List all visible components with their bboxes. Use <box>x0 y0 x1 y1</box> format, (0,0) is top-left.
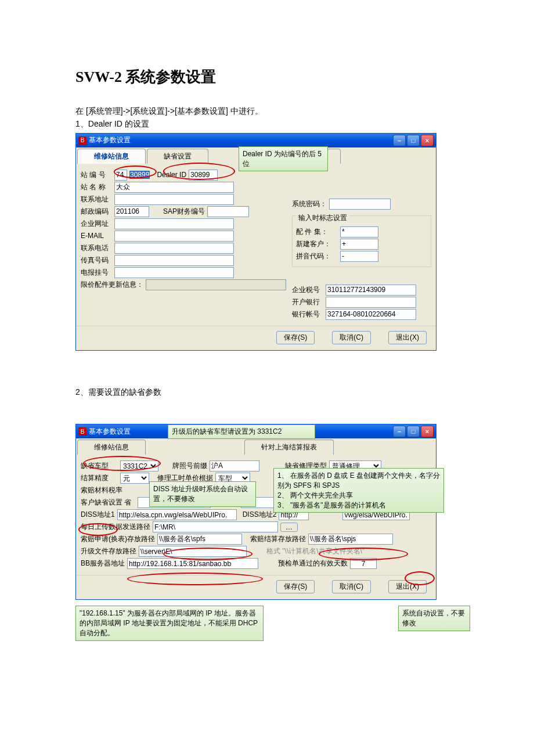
lbl-phone: 联系电话 <box>81 243 112 253</box>
phone-input[interactable] <box>114 243 234 254</box>
titlebar: B 基本参数设置 – □ × <box>76 134 436 147</box>
lbl-syspwd: 系统密码： <box>292 199 327 209</box>
website-input[interactable] <box>114 218 234 229</box>
lbl-website: 企业网址 <box>81 219 112 229</box>
pinyin-input[interactable] <box>340 251 378 262</box>
lbl-diss2: DISS地址2 <box>243 510 277 520</box>
window-basic-params-2: B 基本参数设置 – □ × 维修站信息 隐藏 隐藏 针对上海结算报表 缺省车型… <box>75 424 436 600</box>
station-no-b-selected: 30899 <box>129 171 150 179</box>
dealer-id-input[interactable] <box>189 170 218 181</box>
limit-info <box>146 279 286 290</box>
bank-input[interactable] <box>326 297 416 308</box>
callout-server: 1、 在服务器的 D 盘或 E 盘创建两个文件夹，名字分别为 SPFS 和 SP… <box>273 468 444 513</box>
section1-title: 1、Dealer ID 的设置 <box>75 117 459 130</box>
tab-station-info[interactable]: 维修站信息 <box>77 149 146 164</box>
lbl-format: 格式 "\\计算机名\共享文件夹名\" <box>266 546 365 556</box>
lbl-cartype: 缺省车型 <box>81 461 118 471</box>
tab-shanghai-report[interactable]: 针对上海结算报表 <box>244 440 334 455</box>
callout-server-line2: 2、 两个文件夹完全共享 <box>277 491 440 501</box>
maximize-button[interactable]: □ <box>407 135 420 146</box>
lbl-fax: 传真号码 <box>81 255 112 265</box>
lbl-parts: 配 件 集： <box>296 227 338 237</box>
taxno-input[interactable] <box>326 285 416 296</box>
maximize-button[interactable]: □ <box>407 426 420 437</box>
window-title: 基本参数设置 <box>89 135 131 145</box>
sap-input[interactable] <box>207 206 249 217</box>
window-title: 基本参数设置 <box>89 427 131 437</box>
exit-button[interactable]: 退出(X) <box>388 580 427 593</box>
diss1-input[interactable] <box>117 509 237 520</box>
callout-dealer-id: Dealer ID 为站编号的后 5 位 <box>239 146 328 172</box>
lbl-postcode: 邮政编码 <box>81 207 112 217</box>
save-button[interactable]: 保存(S) <box>276 331 315 344</box>
exit-button[interactable]: 退出(X) <box>388 331 427 344</box>
section2-title: 2、需要设置的缺省参数 <box>75 386 459 398</box>
close-button[interactable]: × <box>421 426 434 437</box>
callout-server-line3: 3、 "服务器名"是服务器的计算机名 <box>277 501 440 510</box>
lbl-bankacct: 银行帐号 <box>292 309 323 319</box>
cancel-button[interactable]: 取消(C) <box>332 331 371 344</box>
callout-bb-ip: "192.168.1.15" 为服务器在内部局域网的 IP 地址。服务器的内部局… <box>75 606 264 640</box>
lbl-upgrade: 升级文件存放路径 <box>81 546 136 556</box>
precheck-input[interactable] <box>350 558 377 569</box>
lbl-telex: 电报挂号 <box>81 268 112 278</box>
daily-input[interactable] <box>153 521 278 532</box>
close-button[interactable]: × <box>421 135 434 146</box>
lbl-plate: 牌照号前缀 <box>172 461 207 471</box>
lbl-claimreq: 索赔申请(换表)存放路径 <box>81 534 155 544</box>
fieldset-title: 输入时标志设置 <box>296 214 349 222</box>
tab-station-info[interactable]: 维修站信息 <box>77 440 146 455</box>
minimize-button[interactable]: – <box>393 426 406 437</box>
lbl-custdef: 客户缺省设置 省 <box>81 498 135 507</box>
lbl-precheck: 预检单通过的有效天数 <box>278 559 348 568</box>
minimize-button[interactable]: – <box>393 135 406 146</box>
lbl-bank: 开户银行 <box>292 297 323 307</box>
label-dealer-id: Dealer ID <box>157 171 186 179</box>
window-basic-params-1: B 基本参数设置 – □ × 维修站信息 缺省设置 隐 针对上海结算报表 站 编… <box>75 133 436 351</box>
upgrade-input[interactable] <box>139 546 247 557</box>
cartype-select[interactable]: 3331C2 <box>120 460 158 471</box>
fax-input[interactable] <box>114 255 234 266</box>
email-input[interactable] <box>114 231 234 242</box>
callout-auto: 系统自动设置，不要修改 <box>398 606 470 631</box>
callout-server-line1: 1、 在服务器的 D 盘或 E 盘创建两个文件夹，名字分别为 SPFS 和 SP… <box>277 471 440 491</box>
lbl-limit: 限价配件更新信息： <box>81 280 143 290</box>
bankacct-input[interactable] <box>326 309 416 320</box>
syspwd-input[interactable] <box>329 199 391 210</box>
plate-input[interactable] <box>210 460 259 471</box>
save-button[interactable]: 保存(S) <box>276 580 315 593</box>
callout-diss: DISS 地址升级时系统会自动设置，不要修改 <box>149 481 256 507</box>
app-icon: B <box>78 427 86 435</box>
lbl-contact-addr: 联系地址 <box>81 195 112 204</box>
lbl-prec: 结算精度 <box>81 473 118 483</box>
lbl-newcust: 新建客户： <box>296 239 338 249</box>
lbl-diss1: DISS地址1 <box>81 510 115 520</box>
prec-select[interactable]: 元 <box>120 473 149 484</box>
lbl-email: E-MAIL <box>81 232 112 240</box>
contact-addr-input[interactable] <box>114 194 234 205</box>
parts-input[interactable] <box>340 226 378 237</box>
lbl-taxno: 企业税号 <box>292 285 323 295</box>
lbl-bb: BB服务器地址 <box>81 559 125 568</box>
station-no-a-input[interactable] <box>114 170 127 181</box>
bb-input[interactable] <box>127 558 258 569</box>
lbl-sap: SAP财务编号 <box>163 207 205 217</box>
newcust-input[interactable] <box>340 239 378 250</box>
label-station-no: 站 编 号 <box>81 170 112 180</box>
lbl-pinyin: 拼音代码： <box>296 251 338 261</box>
callout-cartype: 升级后的缺省车型请设置为 3331C2 <box>168 424 315 439</box>
lbl-claimcalc: 索赔结算存放路径 <box>250 534 306 544</box>
lbl-claimtax: 索赔材料税率 <box>81 485 125 495</box>
cancel-button[interactable]: 取消(C) <box>332 580 371 593</box>
station-name-input[interactable] <box>114 182 234 193</box>
app-icon: B <box>78 136 86 145</box>
postcode-input[interactable] <box>114 206 149 217</box>
browse-button[interactable]: … <box>280 523 298 532</box>
lbl-station-name: 站 名 称 <box>81 182 112 192</box>
telex-input[interactable] <box>114 267 234 278</box>
page-title: SVW-2 系统参数设置 <box>75 67 459 87</box>
lbl-daily: 每日上传数据发送路径 <box>81 522 150 532</box>
tab-default-settings[interactable]: 缺省设置 <box>147 149 208 164</box>
claimreq-input[interactable] <box>157 534 242 545</box>
claimcalc-input[interactable] <box>308 534 393 545</box>
